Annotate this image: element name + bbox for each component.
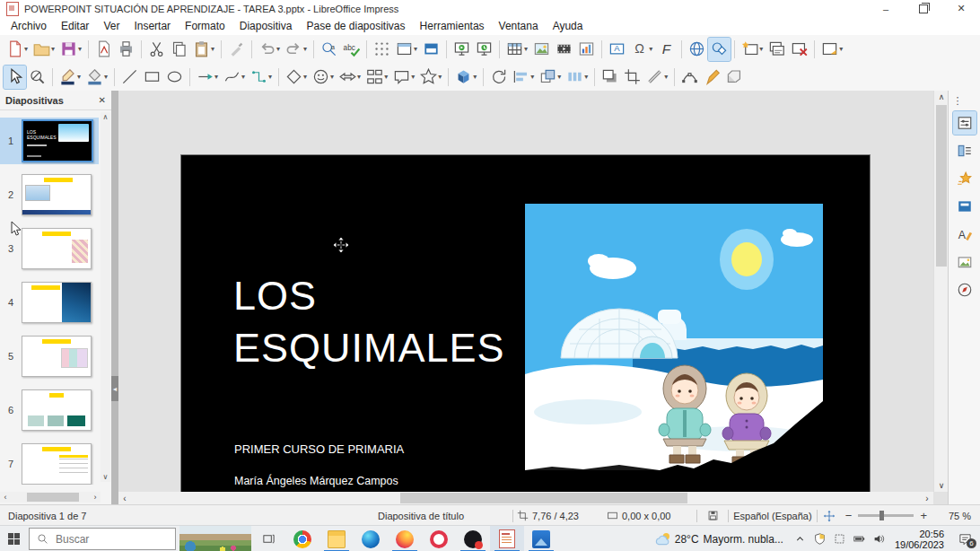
hidden-icons-button[interactable] <box>791 526 810 551</box>
rotate-tool[interactable] <box>487 66 510 89</box>
slide-author-text[interactable]: María Ángeles Márquez Campos <box>234 475 398 487</box>
slide-properties-button[interactable] <box>818 38 845 61</box>
symbol-shapes-tool[interactable] <box>310 66 337 89</box>
insert-special-char-button[interactable] <box>628 38 655 61</box>
zoom-slider[interactable] <box>858 514 914 517</box>
scroll-up-icon[interactable]: ∧ <box>101 112 110 122</box>
menu-pase[interactable]: Pase de diapositivas <box>299 18 412 34</box>
scrollbar-thumb[interactable] <box>936 105 947 267</box>
insert-image-button[interactable] <box>530 38 553 61</box>
task-view-button[interactable] <box>257 526 280 551</box>
callouts-tool[interactable] <box>390 66 417 89</box>
close-button[interactable]: ✕ <box>942 0 980 17</box>
scrollbar-thumb[interactable] <box>400 493 687 503</box>
spelling-button[interactable] <box>340 38 363 61</box>
zoom-out-button[interactable]: − <box>841 509 857 522</box>
panel-vertical-scrollbar[interactable]: ∧ ∨ <box>101 112 110 482</box>
menu-archivo[interactable]: Archivo <box>4 18 54 34</box>
select-tool[interactable] <box>4 66 26 89</box>
scroll-right-icon[interactable]: › <box>921 494 933 503</box>
sidebar-tab-animation[interactable] <box>953 167 976 190</box>
scroll-right-icon[interactable]: › <box>90 493 101 502</box>
insert-hyperlink-button[interactable] <box>686 38 708 61</box>
cut-button[interactable] <box>145 38 168 61</box>
weather-widget[interactable]: 28°C Mayorm. nubla... <box>655 531 783 547</box>
show-draw-functions-button[interactable] <box>708 38 731 61</box>
block-arrows-tool[interactable] <box>337 66 363 89</box>
vertical-scrollbar[interactable]: ∧ ∨ <box>933 91 949 492</box>
insert-textbox-button[interactable] <box>606 38 628 61</box>
flowchart-tool[interactable] <box>363 66 390 89</box>
taskbar-app-explorer[interactable] <box>319 526 354 551</box>
connectors-tool[interactable] <box>248 66 275 89</box>
status-language[interactable]: Español (España) <box>732 511 813 521</box>
menu-ayuda[interactable]: Ayuda <box>546 18 591 34</box>
taskbar-app-chrome[interactable] <box>285 526 319 551</box>
slide-thumb-6[interactable]: 6 <box>0 387 99 433</box>
menu-formato[interactable]: Formato <box>178 18 232 34</box>
news-widget-thumbnail[interactable] <box>179 526 251 551</box>
rectangle-tool[interactable] <box>141 66 163 89</box>
copy-button[interactable] <box>168 38 190 61</box>
menu-ventana[interactable]: Ventana <box>492 18 546 34</box>
align-objects-button[interactable] <box>510 66 537 89</box>
fill-color-button[interactable] <box>83 66 110 89</box>
slide-canvas[interactable]: LOS ESQUIMALES PRIMER CURSO DE PRIMARIA … <box>180 154 871 492</box>
redo-button[interactable] <box>283 38 310 61</box>
menu-diapositiva[interactable]: Diapositiva <box>232 18 300 34</box>
taskbar-clock[interactable]: 20:56 19/06/2023 <box>895 529 944 550</box>
volume-tray-icon[interactable] <box>870 526 889 551</box>
crop-image-button[interactable] <box>621 66 643 89</box>
insert-fontwork-button[interactable] <box>655 38 678 61</box>
search-input[interactable] <box>54 532 156 547</box>
security-tray-icon[interactable] <box>810 526 830 551</box>
filter-button[interactable] <box>643 66 670 89</box>
scroll-left-icon[interactable]: ‹ <box>0 493 11 502</box>
scroll-left-icon[interactable]: ‹ <box>118 494 131 503</box>
slide-thumb-2[interactable]: 2 <box>0 171 99 218</box>
hide-panel-handle[interactable]: ◄ <box>111 376 118 401</box>
print-button[interactable] <box>115 38 137 61</box>
menu-ver[interactable]: Ver <box>96 18 127 34</box>
ellipse-tool[interactable] <box>163 66 186 89</box>
new-slide-button[interactable] <box>739 38 766 61</box>
menu-editar[interactable]: Editar <box>54 18 96 34</box>
sidebar-tab-properties[interactable] <box>953 111 976 135</box>
taskbar-app-darkapp[interactable] <box>456 526 490 551</box>
display-views-button[interactable] <box>393 38 420 61</box>
shadow-button[interactable] <box>599 66 621 89</box>
new-document-button[interactable] <box>4 38 31 61</box>
slide-thumb-7[interactable]: 7 <box>0 441 99 485</box>
sidebar-settings-button[interactable]: ⋮ <box>953 94 976 107</box>
sidebar-tab-navigator[interactable] <box>953 278 976 302</box>
duplicate-slide-button[interactable] <box>766 38 788 61</box>
delete-slide-button[interactable] <box>788 38 810 61</box>
toggle-extrusion-button[interactable] <box>723 66 746 89</box>
clone-formatting-button[interactable] <box>225 38 248 61</box>
scrollbar-thumb[interactable] <box>27 493 79 502</box>
display-mode-button[interactable] <box>420 38 442 61</box>
insert-line-tool[interactable] <box>118 66 141 89</box>
taskbar-app-photos[interactable] <box>524 526 558 551</box>
action-center-button[interactable]: 6 <box>949 526 980 551</box>
zoom-slider-thumb[interactable] <box>879 511 884 520</box>
zoom-in-button[interactable]: + <box>915 509 932 522</box>
scroll-down-icon[interactable]: ∨ <box>934 479 949 492</box>
slide-thumb-1[interactable]: 1 LOS ESQUIMALES <box>0 118 99 164</box>
edit-points-button[interactable] <box>678 66 701 89</box>
sidebar-tab-transition[interactable] <box>953 139 976 162</box>
sidebar-tab-master-slides[interactable] <box>953 195 976 218</box>
menu-herramientas[interactable]: Herramientas <box>413 18 492 34</box>
scroll-up-icon[interactable]: ∧ <box>934 91 949 103</box>
taskbar-app-edge[interactable] <box>354 526 388 551</box>
taskbar-app-impress[interactable] <box>490 526 524 551</box>
scroll-down-icon[interactable]: ∨ <box>101 472 110 482</box>
export-pdf-button[interactable] <box>92 38 115 61</box>
minimize-button[interactable]: – <box>867 0 905 17</box>
distribution-button[interactable] <box>564 66 591 89</box>
save-button[interactable] <box>57 38 84 61</box>
eskimo-illustration-image[interactable] <box>525 204 823 470</box>
insert-chart-button[interactable] <box>575 38 598 61</box>
restore-button[interactable] <box>905 0 942 17</box>
stars-banners-tool[interactable] <box>417 66 444 89</box>
